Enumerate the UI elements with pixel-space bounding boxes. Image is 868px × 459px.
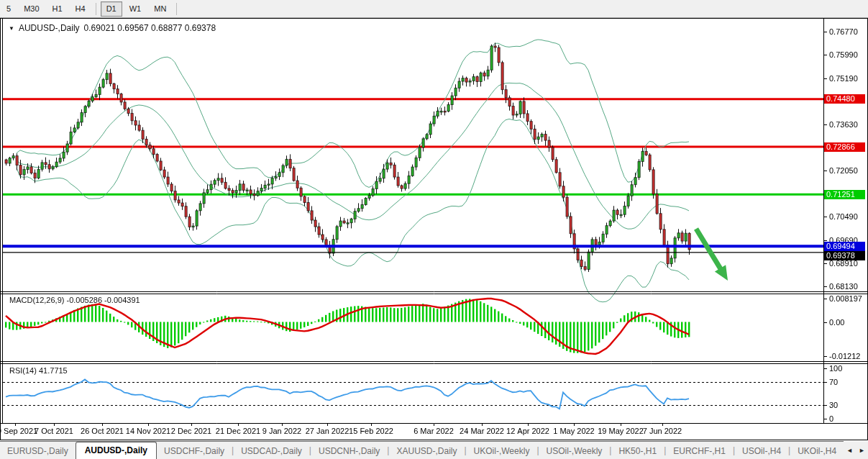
timeframe-toolbar: 5M30H1H4D1W1MN <box>0 0 868 18</box>
chart-tab-ukoil-h4[interactable]: UKOil-,H4 <box>790 443 844 459</box>
price-level-badge: 0.71251 <box>824 190 865 199</box>
rsi-indicator-label: RSI(14) 41.7715 <box>9 366 68 375</box>
chart-tab-bar: EURUSD-,DailyAUDUSD-,DailyUSDCHF-,Daily|… <box>0 441 868 459</box>
rsi-name: RSI(14) <box>9 366 37 375</box>
macd-name: MACD(12,26,9) <box>9 296 64 304</box>
price-level-badge: 0.69494 <box>824 242 865 251</box>
timeframe-button-h4[interactable]: H4 <box>70 1 91 17</box>
chart-tab-hk50-h1[interactable]: HK50-,H1 <box>611 443 664 459</box>
price-level-badge: 0.74480 <box>824 94 865 104</box>
chart-tab-eurchf-h1[interactable]: EURCHF-,H1 <box>666 443 733 459</box>
chart-window: ▼ AUDUSD-,Daily 0.69021 0.69567 0.68877 … <box>0 18 868 441</box>
macd-indicator-label: MACD(12,26,9) -0.005286 -0.004391 <box>9 296 140 304</box>
trading-terminal-window: 5M30H1H4D1W1MN ▼ AUDUSD-,Daily 0.69021 0… <box>0 0 868 459</box>
price-level-badge: 0.69378 <box>824 251 865 260</box>
chevron-down-icon[interactable]: ▼ <box>9 25 14 32</box>
timeframe-button-d1[interactable]: D1 <box>101 1 122 17</box>
price-level-badge: 0.72866 <box>824 142 865 152</box>
timeframe-button-m30[interactable]: M30 <box>18 1 45 17</box>
timeframe-button-h1[interactable]: H1 <box>47 1 68 17</box>
timeframe-button-mn[interactable]: MN <box>148 1 172 17</box>
timeframe-button-5[interactable]: 5 <box>1 1 17 17</box>
tab-scroll-arrows: ◄ ► <box>844 441 868 459</box>
toolbar-separator <box>176 3 177 15</box>
chart-tab-audusd-daily[interactable]: AUDUSD-,Daily <box>76 442 157 459</box>
tab-scroll-right-icon[interactable]: ► <box>859 447 865 454</box>
chart-title: ▼ AUDUSD-,Daily 0.69021 0.69567 0.68877 … <box>9 23 216 33</box>
macd-values: -0.005286 -0.004391 <box>66 296 140 304</box>
chart-tab-usdchf-daily[interactable]: USDCHF-,Daily <box>157 443 232 459</box>
chart-tab-usdcnh-daily[interactable]: USDCNH-,Daily <box>311 443 387 459</box>
chart-tab-usdcad-daily[interactable]: USDCAD-,Daily <box>234 443 309 459</box>
tab-scroll-left-icon[interactable]: ◄ <box>846 447 853 454</box>
price-chart-canvas[interactable] <box>0 18 868 441</box>
timeframe-button-w1[interactable]: W1 <box>124 1 147 17</box>
chart-ohlc-values: 0.69021 0.69567 0.68877 0.69378 <box>84 23 216 33</box>
chart-symbol-label: AUDUSD-,Daily <box>19 23 80 33</box>
chart-tab-eurusd-daily[interactable]: EURUSD-,Daily <box>0 443 76 459</box>
chart-tab-ukoil-weekly[interactable]: UKOil-,Weekly <box>467 443 537 459</box>
chart-tab-usoil-weekly[interactable]: USOil-,Weekly <box>539 443 610 459</box>
toolbar-separator <box>96 3 96 15</box>
rsi-value: 41.7715 <box>39 366 68 375</box>
chart-tab-usoil-h4[interactable]: USOil-,H4 <box>735 443 788 459</box>
chart-tab-xauusd-daily[interactable]: XAUUSD-,Daily <box>389 443 464 459</box>
